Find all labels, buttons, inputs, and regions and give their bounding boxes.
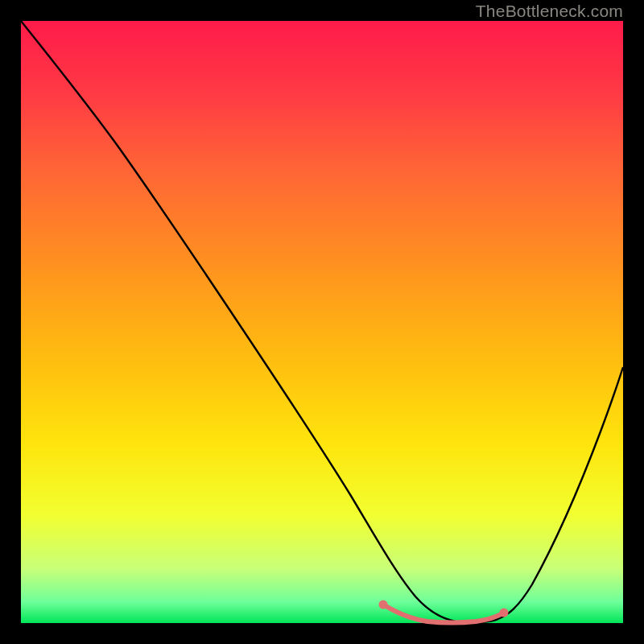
bottleneck-curve-path (21, 21, 623, 622)
highlighted-range-path (383, 605, 504, 623)
watermark-text: TheBottleneck.com (476, 2, 623, 21)
marker-start (379, 601, 388, 609)
marker-end (500, 609, 509, 617)
chart-plot-area (21, 21, 623, 623)
chart-frame: TheBottleneck.com (21, 21, 623, 623)
